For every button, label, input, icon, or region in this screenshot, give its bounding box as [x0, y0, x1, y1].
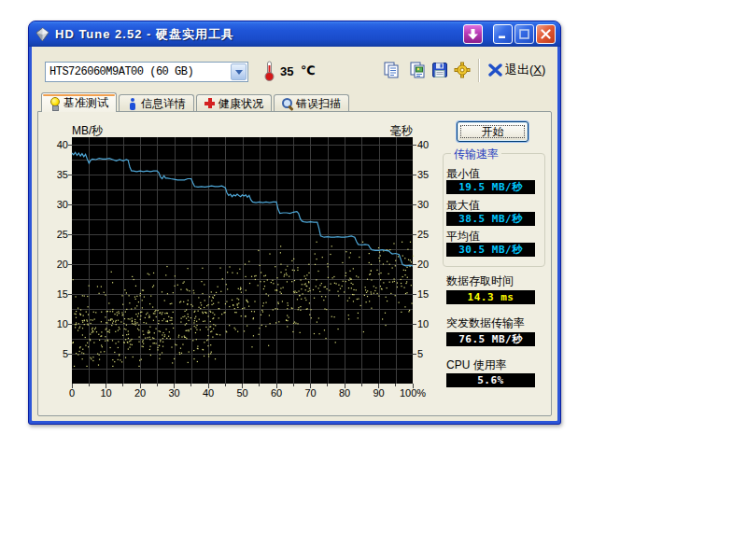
window-content: HTS726060M9AT00 (60 GB) 35 ℃	[32, 47, 557, 421]
y-tick-left: 40	[44, 139, 68, 150]
title-bar[interactable]: HD Tune 2.52 - 硬盘实用工具	[29, 21, 560, 47]
x-tick: 0	[53, 387, 91, 399]
tab-benchmark[interactable]: 基准测试	[41, 92, 117, 112]
y-tick-right: 5	[417, 348, 444, 359]
y-tick-right: 15	[417, 288, 444, 300]
drive-select-value: HTS726060M9AT00 (60 GB)	[46, 65, 230, 78]
thermometer-icon	[263, 60, 275, 82]
health-icon	[204, 98, 215, 110]
x-tick: 80	[326, 387, 363, 399]
benchmark-chart-svg	[72, 137, 413, 384]
x-tick: 100%	[394, 387, 431, 399]
maximize-button[interactable]	[514, 24, 534, 44]
y-tick-left: 20	[44, 259, 68, 270]
x-tick: 40	[190, 387, 227, 399]
y-tick-right: 40	[417, 139, 444, 150]
hd-tune-window: HD Tune 2.52 - 硬盘实用工具 HTS726060M9AT	[28, 21, 561, 425]
download-arrow-button[interactable]	[463, 24, 483, 44]
exit-x-icon	[488, 63, 502, 77]
metric-label: CPU 使用率	[446, 357, 507, 373]
save-button[interactable]	[430, 60, 450, 80]
x-tick: 50	[224, 387, 261, 399]
metric-label: 数据存取时间	[446, 273, 514, 289]
copy-image-button[interactable]	[407, 60, 428, 80]
copy-text-button[interactable]	[381, 60, 402, 80]
minimize-icon	[498, 29, 508, 39]
y-tick-left: 25	[44, 229, 68, 240]
temperature-value: 35	[280, 64, 293, 78]
maximize-icon	[519, 29, 529, 39]
y-tick-left: 5	[44, 348, 68, 359]
x-tick: 20	[121, 387, 159, 399]
start-button[interactable]: 开始	[457, 121, 529, 142]
metric-label: 突发数据传输率	[446, 315, 525, 331]
metric-value: 19.5 MB/秒	[446, 180, 535, 194]
app-icon	[35, 27, 50, 42]
metric-value: 30.5 MB/秒	[446, 243, 535, 257]
copy-image-icon	[409, 62, 426, 78]
x-tick: 90	[360, 387, 398, 399]
toolbar-divider	[478, 59, 480, 82]
bulb-icon	[49, 97, 60, 109]
tab-label: 健康状况	[218, 96, 263, 112]
close-icon	[541, 29, 551, 39]
y-tick-right: 25	[417, 229, 444, 240]
window-title: HD Tune 2.52 - 硬盘实用工具	[55, 26, 461, 43]
info-icon	[127, 98, 137, 110]
transfer-rate-group-title: 传输速率	[451, 147, 501, 162]
metric-value: 5.6%	[446, 373, 535, 387]
y-tick-left: 15	[44, 288, 68, 300]
tab-label: 信息详情	[141, 96, 186, 112]
minimize-button[interactable]	[493, 24, 513, 44]
y-tick-left: 35	[44, 169, 68, 180]
tab-strip: 基准测试信息详情健康状况错误扫描	[41, 93, 351, 112]
tab-label: 错误扫描	[296, 96, 341, 112]
metric-value: 76.5 MB/秒	[446, 332, 535, 346]
save-icon	[431, 62, 448, 78]
metric-value: 38.5 MB/秒	[446, 212, 535, 226]
options-button[interactable]	[452, 60, 472, 80]
tab-health[interactable]: 健康状况	[196, 94, 272, 112]
metric-value: 14.3 ms	[446, 290, 535, 304]
x-tick: 70	[292, 387, 330, 399]
y-tick-right: 20	[417, 259, 444, 270]
drive-select[interactable]: HTS726060M9AT00 (60 GB)	[45, 62, 248, 82]
benchmark-plot	[72, 137, 413, 384]
temperature-unit: ℃	[301, 63, 316, 77]
tab-label: 基准测试	[63, 95, 108, 111]
y-tick-right: 35	[417, 169, 444, 180]
y-tick-right: 30	[417, 199, 444, 210]
close-button[interactable]	[536, 24, 556, 44]
tab-error-scan[interactable]: 错误扫描	[274, 94, 349, 112]
y-tick-right: 10	[417, 318, 444, 329]
down-arrow-icon	[468, 29, 478, 40]
x-tick: 10	[88, 387, 125, 399]
chevron-down-icon[interactable]	[231, 63, 247, 80]
x-tick: 60	[258, 387, 295, 399]
y-tick-left: 10	[44, 318, 68, 329]
benchmark-panel: MB/秒 毫秒 403530252015105 403530252015105 …	[37, 111, 552, 416]
y-tick-left: 30	[44, 199, 68, 210]
copy-text-icon	[383, 62, 400, 78]
exit-label: 退出(X)	[505, 62, 545, 78]
options-icon	[454, 62, 471, 78]
scan-icon	[282, 98, 292, 110]
tab-info[interactable]: 信息详情	[119, 94, 194, 112]
x-tick: 30	[156, 387, 193, 399]
exit-button[interactable]: 退出(X)	[488, 61, 545, 79]
focus-rect	[460, 125, 525, 138]
